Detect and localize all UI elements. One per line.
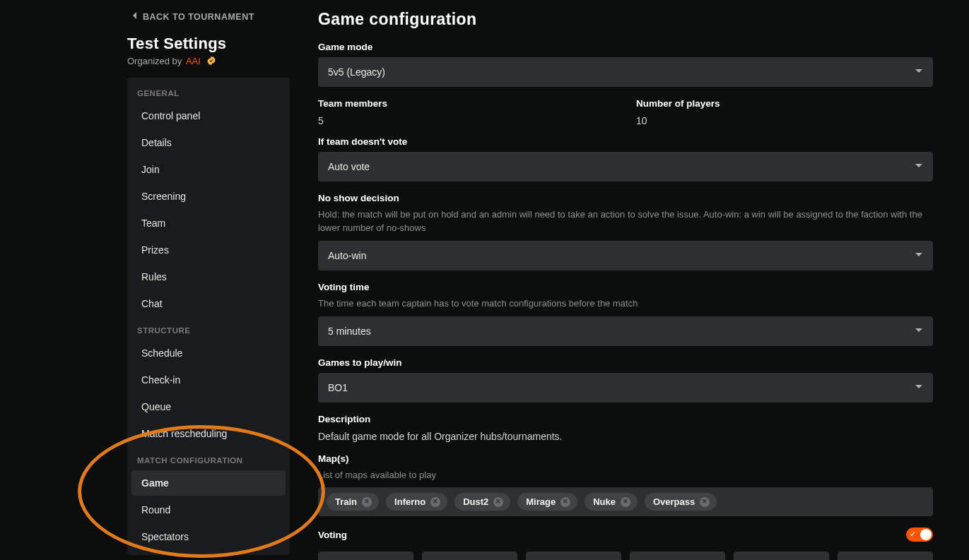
remove-map-icon[interactable]: ✕ [700,497,710,507]
voting-step-select[interactable]: Drop [630,552,725,560]
map-chip-label: Inferno [394,496,425,507]
team-members-label: Team members [318,98,615,109]
no-show-label: No show decision [318,193,933,203]
description-value: Default game mode for all Organizer hubs… [318,429,933,442]
sidebar-item-spectators[interactable]: Spectators [131,524,286,549]
maps-label: Map(s) [318,453,933,464]
map-chip: Inferno✕ [386,493,447,511]
voting-step-select[interactable]: Pick [838,552,933,560]
sidebar-item-check-in[interactable]: Check-in [131,367,286,393]
games-to-play-select[interactable]: BO1 [318,373,933,403]
sidebar-item-round[interactable]: Round [131,497,286,523]
map-chip-label: Train [335,496,357,507]
game-mode-value: 5v5 (Legacy) [328,66,385,78]
chevron-down-icon [915,326,923,337]
organized-prefix: Organized by [127,56,182,66]
sidebar-item-team[interactable]: Team [131,210,286,236]
remove-map-icon[interactable]: ✕ [430,497,440,507]
page-title: Game configuration [318,7,933,42]
voting-step-select[interactable]: Drop [526,552,621,560]
remove-map-icon[interactable]: ✕ [493,497,503,507]
games-to-play-value: BO1 [328,382,348,393]
no-vote-value: Auto vote [328,161,370,172]
voting-step-select[interactable]: Drop [318,552,413,560]
remove-map-icon[interactable]: ✕ [621,497,630,507]
sidebar-item-chat[interactable]: Chat [131,291,286,316]
team-members-value: 5 [318,114,615,126]
map-chip-label: Mirage [526,496,556,507]
map-chip: Mirage✕ [517,493,577,511]
organizer-link[interactable]: AAI [186,56,201,66]
voting-time-select[interactable]: 5 minutes [318,316,933,346]
sidebar-item-game[interactable]: Game [131,470,286,496]
chevron-left-icon [131,11,137,22]
voting-time-label: Voting time [318,282,933,292]
chevron-down-icon [915,161,923,172]
nav-header: MATCH CONFIGURATION [127,448,290,469]
organized-by: Organized by AAI [127,56,290,78]
voting-time-help: The time each team captain has to vote m… [318,297,933,311]
nav-block: GENERALControl panelDetailsJoinScreening… [127,78,290,555]
chevron-down-icon [915,382,923,393]
sidebar-item-schedule[interactable]: Schedule [131,340,286,366]
map-chip-label: Dust2 [463,496,488,507]
chevron-down-icon [915,250,923,261]
voting-toggle[interactable]: ✓ [906,528,933,542]
nav-header: STRUCTURE [127,318,290,339]
page-subtitle: Test Settings [127,35,290,56]
voting-steps-row: DropDropDropDropDropPick [318,552,933,560]
maps-help: List of maps available to play [318,469,933,482]
nav-header: GENERAL [127,81,290,102]
remove-map-icon[interactable]: ✕ [362,497,372,507]
map-chip-label: Nuke [593,496,616,507]
maps-select[interactable]: Train✕Inferno✕Dust2✕Mirage✕Nuke✕Overpass… [318,487,933,516]
sidebar-item-queue[interactable]: Queue [131,394,286,419]
sidebar-item-rules[interactable]: Rules [131,264,286,290]
check-icon: ✓ [910,530,916,539]
sidebar-item-prizes[interactable]: Prizes [131,237,286,263]
map-chip: Nuke✕ [585,493,638,511]
chevron-down-icon [915,66,923,78]
back-to-tournament-link[interactable]: BACK TO TOURNAMENT [127,7,290,35]
map-chip: Train✕ [327,493,379,511]
no-vote-label: If team doesn't vote [318,136,933,147]
sidebar: BACK TO TOURNAMENT Test Settings Organiz… [127,7,297,560]
no-show-value: Auto-win [328,250,366,261]
voting-label: Voting [318,530,347,540]
sidebar-item-control-panel[interactable]: Control panel [131,103,286,129]
game-mode-label: Game mode [318,42,933,52]
description-label: Description [318,414,933,424]
voting-step-select[interactable]: Drop [422,552,517,560]
sidebar-item-details[interactable]: Details [131,130,286,155]
sidebar-item-join[interactable]: Join [131,157,286,182]
no-vote-select[interactable]: Auto vote [318,152,933,181]
num-players-value: 10 [636,114,933,126]
verified-icon [206,56,216,68]
no-show-select[interactable]: Auto-win [318,241,933,270]
voting-step-select[interactable]: Drop [734,552,829,560]
sidebar-item-match-rescheduling[interactable]: Match rescheduling [131,421,286,446]
map-chip: Dust2✕ [454,493,510,511]
games-to-play-label: Games to play/win [318,357,933,368]
num-players-label: Number of players [636,98,933,109]
no-show-help: Hold: the match will be put on hold and … [318,208,933,235]
map-chip-label: Overpass [653,496,695,507]
back-label: BACK TO TOURNAMENT [143,12,254,22]
map-chip: Overpass✕ [645,493,717,511]
main-content: Game configuration Game mode 5v5 (Legacy… [297,7,947,560]
game-mode-select[interactable]: 5v5 (Legacy) [318,57,933,87]
remove-map-icon[interactable]: ✕ [560,497,570,507]
sidebar-item-screening[interactable]: Screening [131,184,286,209]
voting-time-value: 5 minutes [328,326,371,337]
